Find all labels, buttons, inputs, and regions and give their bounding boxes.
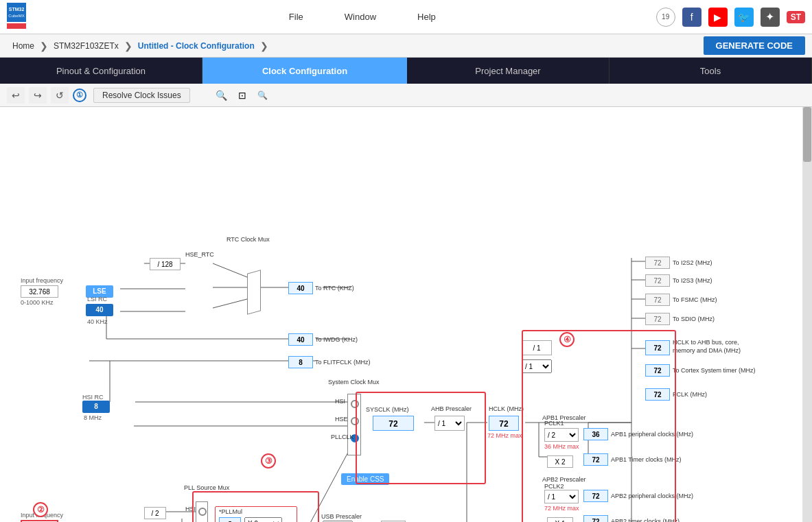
hclk-max-label: 72 MHz max	[487, 432, 522, 439]
input-freq-val-1[interactable]: 32.768	[21, 285, 58, 298]
sysclk-mux-label: System Clock Mux	[328, 379, 380, 385]
fclk-label: FCLK (MHz)	[673, 388, 707, 401]
breadcrumb-device[interactable]: STM32F103ZETx	[48, 41, 124, 51]
breadcrumb-sep-3: ❯	[260, 40, 268, 51]
i2s2-val: 72	[645, 257, 670, 269]
generate-code-button[interactable]: GENERATE CODE	[704, 36, 805, 55]
main-area: RTC Clock Mux / 128 HSE_RTC 40 To RTC (K…	[0, 107, 812, 522]
breadcrumb-home[interactable]: Home	[7, 41, 40, 51]
hclk-mhz-label: HCLK (MHz)	[489, 405, 524, 412]
pclk2-max-label: 72 MHz max	[544, 505, 579, 512]
top-right-area: 19 f ▶ 🐦 ✦ ST	[656, 8, 805, 27]
fsmc-val: 72	[645, 294, 670, 306]
cortex-val: 72	[645, 364, 670, 377]
tab-clock[interactable]: Clock Configuration	[202, 58, 407, 84]
hse-mux-label: HSE	[335, 416, 348, 423]
facebook-icon[interactable]: f	[682, 8, 701, 27]
menu-help[interactable]: Help	[410, 8, 443, 25]
iwdg-val-box: 40	[288, 333, 313, 346]
hse-rtc-label: HSE_RTC	[185, 251, 214, 258]
breadcrumb-sep-1: ❯	[40, 40, 48, 51]
redo-button[interactable]: ↪	[29, 87, 47, 104]
hsi-rc-val: 8	[82, 401, 110, 413]
reset-button[interactable]: ↺	[51, 87, 69, 104]
resolve-clock-button[interactable]: Resolve Clock Issues	[93, 88, 190, 103]
hsi-radio[interactable]	[351, 400, 359, 408]
hclk-ahb-label1: HCLK to AHB bus, core,	[673, 339, 739, 346]
hsi-mux-label: HSI	[335, 398, 345, 405]
hclk-ahb-val: 72	[645, 340, 670, 355]
pll-src-mux-block	[196, 501, 208, 522]
i2s3-val: 72	[645, 274, 670, 287]
network-icon[interactable]: ✦	[761, 8, 780, 27]
toolbar: ↩ ↪ ↺ ① Resolve Clock Issues 🔍 ⊡ 🔍	[0, 84, 812, 107]
svg-line-10	[213, 299, 247, 308]
menu-window[interactable]: Window	[338, 8, 383, 25]
rtc-output-label: To RTC (KHZ)	[315, 282, 354, 294]
undo-button[interactable]: ↩	[7, 87, 25, 104]
tab-pinout[interactable]: Pinout & Configuration	[0, 58, 202, 84]
zoom-out-icon[interactable]: 🔍	[254, 88, 271, 102]
sys-mux-block	[347, 394, 361, 455]
apb2-timer-label: APB2 timer clocks (MHz)	[611, 515, 680, 522]
breadcrumb-sep-2: ❯	[124, 40, 132, 51]
pll-source-mux-label: PLL Source Mux	[184, 484, 229, 491]
cortex-label: To Cortex System timer (MHz)	[673, 364, 756, 377]
apb1-peripheral-val: 36	[583, 428, 608, 440]
ahb-prescaler-select[interactable]: / 1	[434, 416, 465, 431]
breadcrumb-bar: Home ❯ STM32F103ZETx ❯ Untitled - Clock …	[0, 34, 812, 58]
pll-hsi-radio[interactable]	[198, 508, 207, 516]
apb2-peripheral-val: 72	[583, 490, 608, 502]
apb2-prescaler-select[interactable]: / 1	[544, 490, 579, 503]
canvas-scrollbar[interactable]	[802, 107, 812, 522]
sysclk-val-box[interactable]: 72	[373, 416, 414, 431]
tab-project[interactable]: Project Manager	[407, 58, 610, 84]
lsi-rc-label: LSI RC	[87, 296, 107, 302]
fsmc-label: To FSMC (MHz)	[673, 294, 717, 306]
apb1-peripheral-label: APB1 peripheral clocks (MHz)	[611, 428, 693, 440]
rtc-val-box: 40	[288, 282, 313, 294]
pll-factor-select[interactable]: X 9	[244, 517, 282, 522]
fclk-val: 72	[645, 388, 670, 401]
breadcrumb-page: Untitled - Clock Configuration	[132, 41, 260, 51]
menu-file[interactable]: File	[282, 8, 310, 25]
apb1-timer-val: 72	[583, 453, 608, 466]
zoom-in-icon[interactable]: 🔍	[212, 88, 231, 103]
lsi-40khz-label: 40 KHz	[87, 318, 108, 325]
i2s2-label: To I2S2 (MHz)	[673, 257, 712, 269]
app-logo: STM32 CubeMX	[7, 3, 48, 32]
info-circle-1[interactable]: ①	[73, 88, 86, 102]
scrollbar-thumb[interactable]	[803, 107, 811, 162]
hclk-val-box: 72	[489, 416, 519, 431]
circle-4: ④	[559, 332, 575, 347]
enable-css-button[interactable]: Enable CSS	[341, 473, 389, 485]
flit-label: To FLITFCLK (MHz)	[315, 356, 371, 368]
usb-prescaler-label: USB Prescaler	[321, 513, 362, 520]
hclk-ahb-label2: memory and DMA (MHz)	[673, 347, 741, 354]
hsi-mhz-label: 8 MHz	[84, 414, 102, 421]
tab-tools[interactable]: Tools	[610, 58, 812, 84]
div2-pll-box: / 2	[144, 507, 166, 519]
apb2-x1-box: X 1	[547, 517, 573, 522]
pclk2-label: PCLK2	[544, 483, 564, 490]
ahb-div-select[interactable]: / 1	[522, 359, 552, 373]
pll-mul-label: *PLLMul	[219, 508, 242, 515]
apb1-timer-label: APB1 Timer clocks (MHz)	[611, 453, 682, 466]
pll-mul-container: *PLLMul 8 X 9 PLL	[215, 506, 297, 522]
input-freq-label-1: Input frequency	[21, 277, 63, 284]
svg-rect-4	[7, 23, 26, 29]
hse-radio[interactable]	[351, 417, 359, 425]
apb2-prescaler-label: APB2 Prescaler	[542, 476, 586, 483]
version-badge: 19	[656, 8, 675, 27]
ahb-prescaler-label: AHB Prescaler	[431, 405, 472, 412]
div128-box: / 128	[150, 258, 181, 270]
top-menu-bar: STM32 CubeMX File Window Help 19 f ▶ 🐦 ✦…	[0, 0, 812, 34]
apb1-prescaler-select[interactable]: / 2	[544, 428, 579, 442]
sdio-top-label: To SDIO (MHz)	[673, 313, 715, 325]
sysclk-label: SYSCLK (MHz)	[366, 406, 409, 413]
iwdg-label: To IWDG (KHz)	[315, 333, 358, 346]
twitter-icon[interactable]: 🐦	[734, 8, 754, 27]
ahb-div-1-box: / 1	[522, 340, 552, 355]
youtube-icon[interactable]: ▶	[708, 8, 728, 27]
zoom-fit-icon[interactable]: ⊡	[235, 88, 250, 103]
